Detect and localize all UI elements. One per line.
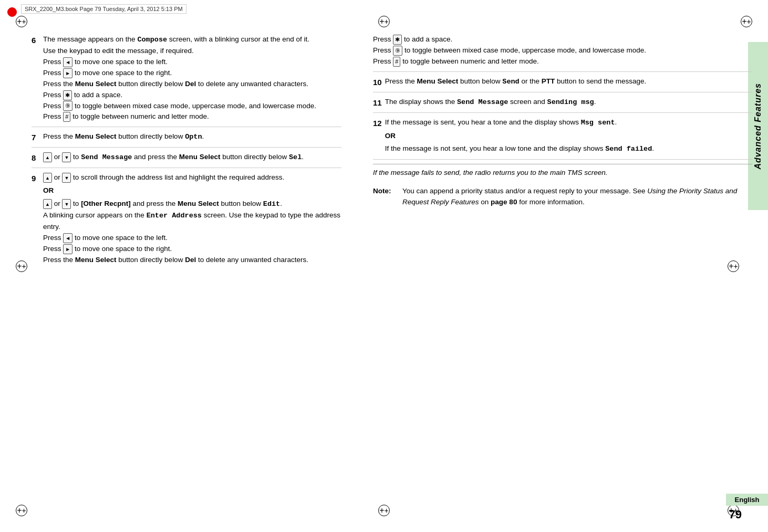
step-7-number: 7 <box>32 131 40 143</box>
step-9: 9 or to scroll through the address list … <box>32 172 341 269</box>
step-6-line-7: Press ⑨ to toggle between mixed case mod… <box>43 101 341 112</box>
step-6-content: The message appears on the Compose scree… <box>43 34 341 122</box>
step-9-line-4: Press to move one space to the left. <box>43 233 341 244</box>
step-9-number: 9 <box>32 172 40 184</box>
step-8-line-1: or to Send Message and press the Menu Se… <box>43 152 341 163</box>
italic-note: If the message fails to send, the radio … <box>373 168 752 179</box>
divider <box>373 164 752 164</box>
step-10-content: Press the Menu Select button below Send … <box>385 76 752 88</box>
step-11-number: 11 <box>373 97 382 109</box>
step-9-line-5: Press to move one space to the right. <box>43 244 341 255</box>
step-6-line-2: Use the keypad to edit the message, if r… <box>43 46 341 57</box>
step-9-line-6: Press the Menu Select button directly be… <box>43 255 341 266</box>
step-11-content: The display shows the Send Message scree… <box>385 97 752 108</box>
note-block: Note: You can append a priority status a… <box>373 186 752 208</box>
page-content: 6 The message appears on the Compose scr… <box>0 24 768 532</box>
step-11-line-1: The display shows the Send Message scree… <box>385 97 752 108</box>
right-line-1: Press ✱ to add a space. <box>373 34 752 45</box>
step-10-number: 10 <box>373 76 382 88</box>
step-9-line-3: A blinking cursor appears on the Enter A… <box>43 210 341 233</box>
step-6-line-1: The message appears on the Compose scree… <box>43 34 341 46</box>
step-6-line-8: Press # to toggle between numeric and le… <box>43 111 341 122</box>
step-6-line-4: Press to move one space to the right. <box>43 68 341 79</box>
step-7-content: Press the Menu Select button directly be… <box>43 131 341 143</box>
right-column: Press ✱ to add a space. Press ⑨ to toggl… <box>357 24 768 532</box>
step-8: 8 or to Send Message and press the Menu … <box>32 152 341 168</box>
step-12-or: OR <box>385 131 752 142</box>
step-12-content: If the message is sent, you hear a tone … <box>385 117 752 155</box>
step-6-line-3: Press to move one space to the left. <box>43 57 341 68</box>
right-line-2: Press ⑨ to toggle between mixed case mod… <box>373 45 752 56</box>
step-6-number: 6 <box>32 34 40 46</box>
left-column: 6 The message appears on the Compose scr… <box>0 24 357 532</box>
step-6-line-5: Press the Menu Select button directly be… <box>43 79 341 90</box>
step-11: 11 The display shows the Send Message sc… <box>373 97 752 113</box>
step-9-line-1: or to scroll through the address list an… <box>43 172 341 183</box>
step-9-or: OR <box>43 185 341 196</box>
note-content: You can append a priority status and/or … <box>402 186 752 208</box>
step-6-line-6: Press ✱ to add a space. <box>43 90 341 101</box>
step-12-line-1: If the message is sent, you hear a tone … <box>385 117 752 129</box>
step-7: 7 Press the Menu Select button directly … <box>32 131 341 148</box>
step-10: 10 Press the Menu Select button below Se… <box>373 76 752 92</box>
step-12-line-2: If the message is not sent, you hear a l… <box>385 143 752 155</box>
right-continuation: Press ✱ to add a space. Press ⑨ to toggl… <box>373 34 752 72</box>
step-9-line-2: or to [Other Recpnt] and press the Menu … <box>43 199 341 210</box>
right-continuation-content: Press ✱ to add a space. Press ⑨ to toggl… <box>373 34 752 67</box>
red-circle-mark <box>7 7 17 17</box>
step-9-content: or to scroll through the address list an… <box>43 172 341 265</box>
step-12: 12 If the message is sent, you hear a to… <box>373 117 752 160</box>
step-12-number: 12 <box>373 117 382 129</box>
step-10-line-1: Press the Menu Select button below Send … <box>385 76 752 88</box>
step-8-content: or to Send Message and press the Menu Se… <box>43 152 341 163</box>
note-label: Note: <box>373 186 398 208</box>
step-7-line-1: Press the Menu Select button directly be… <box>43 131 341 143</box>
right-line-3: Press # to toggle between numeric and le… <box>373 56 752 67</box>
file-info-bar: SRX_2200_M3.book Page 79 Tuesday, April … <box>21 4 186 14</box>
step-8-number: 8 <box>32 152 40 164</box>
step-6: 6 The message appears on the Compose scr… <box>32 34 341 127</box>
